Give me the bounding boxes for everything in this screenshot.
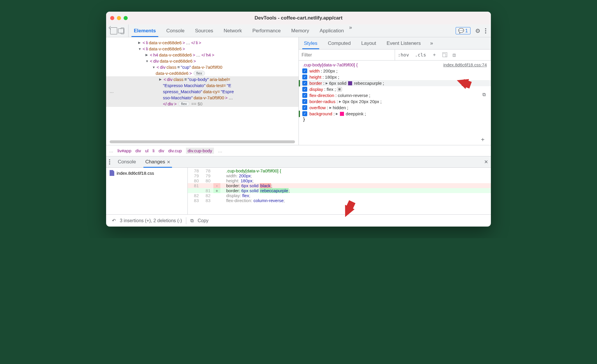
breadcrumb-item[interactable]: div <box>136 148 141 153</box>
styles-pane: Styles Computed Layout Event Listeners »… <box>299 37 491 145</box>
property-checkbox[interactable] <box>302 111 307 116</box>
flex-badge-icon[interactable]: ⊞ <box>337 87 342 91</box>
tab-listeners[interactable]: Event Listeners <box>381 37 426 49</box>
zoom-light[interactable] <box>124 16 128 20</box>
property-checkbox[interactable] <box>302 87 307 92</box>
changes-panel: index.8d6c6f18.css 7878.cup-body[data-v-… <box>106 168 491 214</box>
properties: .cup-body[data-v-7a0f9f00] {index.8d6c6f… <box>299 61 491 145</box>
kebab-menu-icon[interactable] <box>485 28 486 33</box>
chat-icon: 💬 <box>458 28 464 33</box>
close-drawer-icon[interactable]: × <box>484 158 488 166</box>
property-checkbox[interactable] <box>302 93 307 98</box>
issues-badge[interactable]: 💬1 <box>456 27 470 34</box>
tab-elements[interactable]: Elements <box>129 24 161 37</box>
tab-styles[interactable]: Styles <box>299 37 323 49</box>
breadcrumb-item[interactable]: div.cup-body <box>186 148 214 154</box>
style-tabs: Styles Computed Layout Event Listeners » <box>299 37 491 50</box>
breadcrumb-item[interactable]: div.cup <box>168 148 182 153</box>
tab-application[interactable]: Application <box>314 24 349 37</box>
main-panel: ▶<li data-v-ced68de6>…</li> ▼<li data-v-… <box>106 37 491 145</box>
drawer-menu-icon[interactable] <box>109 159 110 165</box>
more-style-tabs-icon[interactable]: » <box>426 40 437 46</box>
tab-layout[interactable]: Layout <box>356 37 381 49</box>
copy-icon[interactable]: ⧉ <box>482 92 486 97</box>
copy-stack-icon: ⧉ <box>190 218 194 223</box>
tab-console[interactable]: Console <box>161 24 190 37</box>
close-light[interactable] <box>110 16 114 20</box>
color-swatch-icon[interactable] <box>348 81 352 85</box>
tab-memory[interactable]: Memory <box>286 24 314 37</box>
paint-icon[interactable]: ⿹ <box>440 52 450 58</box>
property-checkbox[interactable] <box>302 99 307 104</box>
tab-sources[interactable]: Sources <box>190 24 218 37</box>
tab-performance[interactable]: Performance <box>247 24 286 37</box>
changes-toolbar: ↶ 3 insertions (+), 2 deletions (-) ⧉ Co… <box>106 214 491 227</box>
property-checkbox[interactable] <box>302 68 307 73</box>
drawer-tab-changes[interactable]: Changes× <box>141 156 174 167</box>
devtools-window: DevTools - coffee-cart.netlify.app/cart … <box>106 12 491 227</box>
minimize-light[interactable] <box>117 16 121 20</box>
summary-text: 3 insertions (+), 2 deletions (-) <box>120 218 182 223</box>
panel-icon[interactable]: ◫ <box>450 52 459 58</box>
drawer-tabs: Console Changes× × <box>106 156 491 168</box>
copy-button[interactable]: Copy <box>198 218 208 223</box>
undo-icon[interactable]: ↶ <box>112 218 116 223</box>
titlebar: DevTools - coffee-cart.netlify.app/cart <box>106 12 491 24</box>
window-title: DevTools - coffee-cart.netlify.app/cart <box>254 15 343 21</box>
breadcrumb-item[interactable]: liv#app <box>117 148 131 153</box>
tab-network[interactable]: Network <box>218 24 247 37</box>
breadcrumbs: … liv#app div ul li div div.cup div.cup-… <box>106 145 491 156</box>
new-rule-icon[interactable]: ＋ <box>429 52 440 58</box>
file-item[interactable]: index.8d6c6f18.css <box>110 170 184 176</box>
breadcrumb-item[interactable]: div <box>159 148 164 153</box>
selector: .cup-body[data-v-7a0f9f00] { <box>303 62 358 67</box>
main-toolbar: Elements Console Sources Network Perform… <box>106 24 491 37</box>
property-checkbox[interactable] <box>302 105 307 110</box>
dom-tree[interactable]: ▶<li data-v-ced68de6>…</li> ▼<li data-v-… <box>106 37 299 145</box>
filter-input[interactable] <box>299 50 395 60</box>
drawer-tab-console[interactable]: Console <box>114 156 140 167</box>
settings-icon[interactable]: ⚙ <box>475 27 480 34</box>
cls-toggle[interactable]: .cls <box>412 52 429 58</box>
panel-tabs: Elements Console Sources Network Perform… <box>129 24 451 37</box>
property-checkbox[interactable] <box>302 75 307 79</box>
hov-toggle[interactable]: :hov <box>395 52 412 58</box>
inspect-icon[interactable] <box>110 27 117 34</box>
breadcrumb-item[interactable]: li <box>152 148 154 153</box>
traffic-lights <box>110 16 128 20</box>
property-checkbox[interactable] <box>302 81 307 86</box>
tab-computed[interactable]: Computed <box>323 37 356 49</box>
diff-view: 7878.cup-body[data-v-7a0f9f00] { 7979wid… <box>188 168 491 214</box>
horizontal-scrollbar[interactable] <box>110 140 295 143</box>
toolbar-right: 💬1 ⚙ <box>451 27 491 34</box>
source-link[interactable]: index.8d6c6f18.css:74 <box>443 62 487 67</box>
toolbar-left <box>106 24 129 37</box>
more-tabs-icon[interactable]: » <box>349 24 352 37</box>
breadcrumb-item[interactable]: ul <box>145 148 149 153</box>
file-icon <box>110 170 114 176</box>
filter-bar: :hov .cls ＋ ⿹ ◫ <box>299 50 491 61</box>
changes-sidebar: index.8d6c6f18.css <box>106 168 188 214</box>
add-property-icon[interactable]: ＋ <box>480 135 486 143</box>
close-tab-icon[interactable]: × <box>167 159 170 165</box>
color-swatch-icon[interactable] <box>340 112 344 116</box>
device-toggle-icon[interactable] <box>121 28 124 34</box>
